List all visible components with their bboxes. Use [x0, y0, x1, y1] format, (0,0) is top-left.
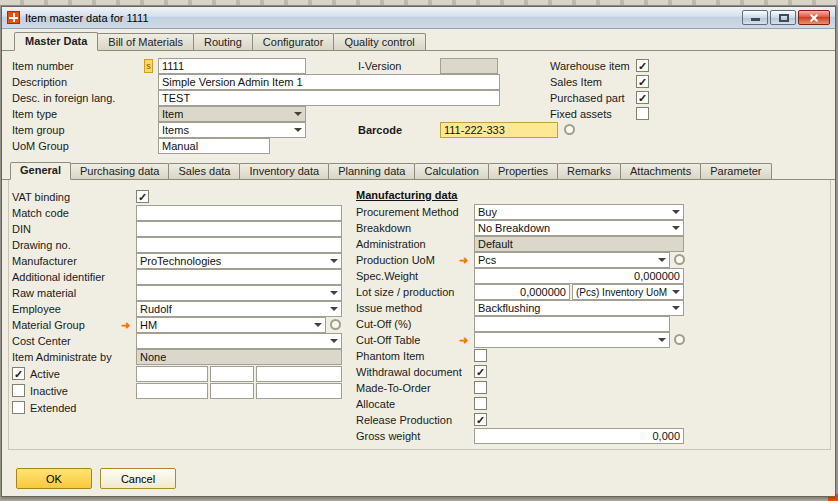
- checkmark: ✓: [138, 191, 147, 203]
- barcode-value: 111-222-333: [444, 124, 505, 136]
- cost-center-select[interactable]: [136, 333, 342, 349]
- desc-foreign-field[interactable]: TEST: [158, 90, 500, 106]
- tab-planning-data[interactable]: Planning data: [328, 163, 415, 179]
- tab-configurator[interactable]: Configurator: [252, 33, 335, 50]
- tab-remarks[interactable]: Remarks: [557, 163, 621, 179]
- cut-off-table-options-icon[interactable]: [674, 334, 685, 345]
- tab-bill-of-materials[interactable]: Bill of Materials: [97, 33, 194, 50]
- sub-tab-bar: General Purchasing data Sales data Inven…: [2, 162, 835, 180]
- tab-inventory-data[interactable]: Inventory data: [239, 163, 329, 179]
- additional-identifier-field[interactable]: [136, 269, 342, 285]
- lot-size-field[interactable]: 0,000000: [474, 284, 570, 300]
- drawing-no-field[interactable]: [136, 237, 342, 253]
- issue-method-select[interactable]: Backflushing: [474, 300, 684, 316]
- withdrawal-document-checkbox[interactable]: ✓: [474, 365, 487, 378]
- tab-parameter[interactable]: Parameter: [700, 163, 771, 179]
- breakdown-select[interactable]: No Breakdown: [474, 220, 684, 236]
- dropdown-arrow-icon[interactable]: [291, 123, 305, 137]
- barcode-field[interactable]: 111-222-333: [440, 122, 558, 138]
- breakdown-label: Breakdown: [356, 220, 411, 236]
- purchased-part-checkbox[interactable]: ✓: [636, 91, 649, 104]
- fixed-assets-label: Fixed assets: [550, 106, 612, 122]
- spec-weight-value: 0,000000: [634, 270, 680, 282]
- gross-weight-field[interactable]: 0,000: [474, 428, 684, 444]
- active-from-field[interactable]: [136, 366, 208, 382]
- inactive-to-field[interactable]: [210, 383, 254, 399]
- raw-material-select[interactable]: [136, 285, 342, 301]
- lot-size-uom-select[interactable]: (Pcs) Inventory UoM: [572, 284, 684, 300]
- sales-item-checkbox[interactable]: ✓: [636, 75, 649, 88]
- fixed-assets-checkbox[interactable]: [636, 107, 649, 120]
- extended-checkbox[interactable]: [12, 401, 25, 414]
- production-uom-options-icon[interactable]: [674, 254, 685, 265]
- spec-weight-field[interactable]: 0,000000: [474, 268, 684, 284]
- release-production-checkbox[interactable]: ✓: [474, 413, 487, 426]
- dropdown-arrow-icon[interactable]: [669, 205, 683, 219]
- tab-sales-data[interactable]: Sales data: [168, 163, 240, 179]
- close-button[interactable]: [798, 10, 830, 25]
- tab-purchasing-data[interactable]: Purchasing data: [70, 163, 170, 179]
- dropdown-arrow-icon[interactable]: [291, 107, 305, 121]
- dropdown-arrow-icon[interactable]: [327, 302, 341, 316]
- dropdown-arrow-icon[interactable]: [327, 334, 341, 348]
- tab-quality-control[interactable]: Quality control: [333, 33, 425, 50]
- tab-master-data[interactable]: Master Data: [14, 32, 98, 51]
- production-uom-select[interactable]: Pcs: [474, 252, 670, 268]
- administration-label: Administration: [356, 236, 426, 252]
- barcode-options-icon[interactable]: [564, 124, 575, 135]
- cut-off-table-link-arrow-icon[interactable]: ➜: [459, 334, 468, 346]
- dropdown-arrow-icon[interactable]: [327, 286, 341, 300]
- inactive-checkbox[interactable]: [12, 384, 25, 397]
- match-code-field[interactable]: [136, 205, 342, 221]
- active-checkbox[interactable]: ✓: [12, 367, 25, 380]
- ok-button-label: OK: [46, 473, 62, 485]
- vat-binding-checkbox[interactable]: ✓: [136, 190, 149, 203]
- tab-attachments[interactable]: Attachments: [620, 163, 701, 179]
- uom-group-field[interactable]: Manual: [158, 138, 270, 154]
- employee-select[interactable]: Rudolf: [136, 301, 342, 317]
- dropdown-arrow-icon[interactable]: [669, 221, 683, 235]
- phantom-item-checkbox[interactable]: [474, 349, 487, 362]
- dropdown-arrow-glyph: [330, 339, 338, 343]
- manufacturer-select[interactable]: ProTechnologies: [136, 253, 342, 269]
- tab-calculation[interactable]: Calculation: [414, 163, 488, 179]
- dropdown-arrow-icon[interactable]: [669, 301, 683, 315]
- material-group-link-arrow-icon[interactable]: ➜: [121, 319, 130, 331]
- dropdown-arrow-icon[interactable]: [327, 254, 341, 268]
- cut-off-pct-field[interactable]: [474, 316, 670, 332]
- din-field[interactable]: [136, 221, 342, 237]
- description-field[interactable]: Simple Version Admin Item 1: [158, 74, 500, 90]
- inactive-from-field[interactable]: [136, 383, 208, 399]
- manufacturing-data-heading: Manufacturing data: [356, 188, 457, 203]
- vat-binding-label: VAT binding: [12, 189, 70, 205]
- item-number-field[interactable]: 1111: [158, 58, 306, 74]
- dropdown-arrow-icon[interactable]: [669, 285, 683, 299]
- item-administrate-by-value: None: [140, 351, 166, 363]
- procurement-method-select[interactable]: Buy: [474, 204, 684, 220]
- dropdown-arrow-icon[interactable]: [311, 318, 325, 332]
- inactive-remarks-field[interactable]: [256, 383, 342, 399]
- ok-button[interactable]: OK: [16, 468, 92, 489]
- allocate-checkbox[interactable]: [474, 397, 487, 410]
- dropdown-arrow-icon[interactable]: [655, 333, 669, 347]
- item-group-select[interactable]: Items: [158, 122, 306, 138]
- material-group-options-icon[interactable]: [330, 319, 341, 330]
- tab-properties[interactable]: Properties: [488, 163, 558, 179]
- material-group-select[interactable]: HM: [136, 317, 326, 333]
- cancel-button[interactable]: Cancel: [100, 468, 176, 489]
- minimize-button[interactable]: [742, 10, 768, 25]
- maximize-button[interactable]: [770, 10, 796, 25]
- cut-off-table-select[interactable]: [474, 332, 670, 348]
- dropdown-arrow-icon[interactable]: [655, 253, 669, 267]
- tab-routing[interactable]: Routing: [193, 33, 253, 50]
- made-to-order-checkbox[interactable]: [474, 381, 487, 394]
- active-to-field[interactable]: [210, 366, 254, 382]
- material-group-label: Material Group: [12, 317, 85, 333]
- employee-label: Employee: [12, 301, 61, 317]
- warehouse-item-checkbox[interactable]: ✓: [636, 59, 649, 72]
- item-type-select[interactable]: Item: [158, 106, 306, 122]
- tab-general[interactable]: General: [10, 162, 71, 180]
- titlebar[interactable]: Item master data for 1111: [2, 7, 835, 29]
- active-remarks-field[interactable]: [256, 366, 342, 382]
- production-uom-link-arrow-icon[interactable]: ➜: [459, 254, 468, 266]
